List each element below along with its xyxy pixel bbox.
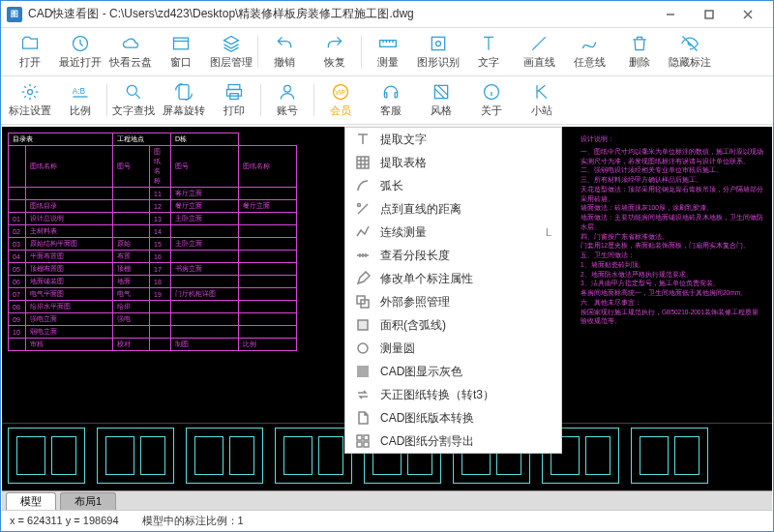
恢复-icon [325, 34, 344, 53]
任意线-icon [580, 34, 599, 53]
note-line: 五、卫生间做法： [580, 251, 764, 260]
toolbar-画直线[interactable]: 画直线 [514, 30, 564, 74]
note-line: 地面做法：主要功能房间地面铺设地砖及木地板，卫生间做防水层。 [580, 213, 764, 232]
svg-text:VIP: VIP [335, 89, 345, 96]
小站-icon [532, 82, 551, 102]
toolbar-隐藏标注[interactable]: 隐藏标注 [665, 30, 715, 74]
svg-rect-27 [364, 442, 369, 447]
menu-item-circle[interactable]: 测量圆 [345, 337, 561, 360]
table-row: 图纸目录12餐厅立面餐厅立面 [9, 200, 297, 213]
toolbar-风格[interactable]: 风格 [416, 78, 466, 122]
svg-point-5 [436, 42, 441, 46]
比例-icon: A:B [71, 82, 90, 102]
文字查找-icon [124, 82, 143, 102]
风格-icon [432, 82, 451, 102]
toolbar-屏幕旋转[interactable]: 屏幕旋转 [159, 78, 209, 122]
xref-icon [355, 294, 371, 310]
menu-item-seg[interactable]: 查看分段长度 [345, 244, 561, 267]
menu-item-conv[interactable]: 天正图纸转换（转t3） [345, 383, 561, 406]
menu-item-arc[interactable]: 弧长 [345, 174, 561, 197]
menu-item-ver[interactable]: CAD图纸版本转换 [345, 406, 561, 429]
svg-point-8 [127, 85, 136, 95]
屏幕旋转-icon [174, 82, 194, 102]
thumbnail[interactable] [97, 428, 174, 484]
svg-point-13 [284, 85, 291, 92]
标注设置-icon [20, 82, 40, 102]
cont-icon [355, 224, 371, 240]
menu-item-cont[interactable]: 连续测量L [345, 221, 561, 244]
toolbar-会员[interactable]: VIP会员 [315, 78, 366, 122]
客服-icon [381, 82, 401, 102]
toolbar-文字查找[interactable]: 文字查找 [108, 78, 159, 122]
toolbar-撤销[interactable]: 撤销 [259, 30, 310, 74]
svg-rect-26 [357, 442, 362, 447]
menu-item-table[interactable]: 提取表格 [345, 151, 561, 174]
撤销-icon [275, 34, 294, 53]
thumbnail[interactable] [8, 428, 85, 484]
window-title: CAD快速看图 - C:\Users\zd423\Desktop\精装修样板房装… [28, 6, 651, 22]
toolbar-快看云盘[interactable]: 快看云盘 [105, 30, 156, 74]
会员-icon: VIP [331, 82, 350, 102]
menu-item-gray[interactable]: CAD图显示灰色 [345, 360, 561, 383]
menu-item-xref[interactable]: 外部参照管理 [345, 290, 561, 313]
toolbar-图层管理[interactable]: 图层管理 [206, 30, 256, 74]
toolbar-最近打开[interactable]: 最近打开 [55, 30, 105, 74]
table-row: 08给排水平面图给排 [9, 301, 297, 313]
table-row: 04平面布置图布置16 [9, 251, 297, 263]
svg-rect-3 [380, 41, 397, 47]
toolbar-账号[interactable]: 账号 [262, 78, 313, 122]
svg-rect-16 [434, 85, 447, 98]
text-icon [355, 132, 371, 147]
status-scale: 模型中的标注比例：1 [142, 514, 244, 528]
seg-icon [355, 248, 371, 263]
关于-icon [482, 82, 501, 102]
menu-item-area[interactable]: 面积(含弧线) [345, 313, 561, 337]
note-line: 四、门窗按广东省标准做法。 [580, 232, 764, 242]
menu-item-split[interactable]: CAD图纸分割导出 [345, 429, 561, 453]
toolbar-小站[interactable]: 小站 [517, 78, 567, 122]
tab-layout1[interactable]: 布局1 [60, 492, 116, 510]
toolbar-客服[interactable]: 客服 [366, 78, 416, 122]
toolbar-图形识别[interactable]: 图形识别 [413, 30, 463, 74]
toolbar-恢复[interactable]: 恢复 [310, 30, 360, 74]
app-icon: 图 [7, 7, 22, 22]
minimize-button[interactable] [651, 1, 690, 28]
menu-item-dist[interactable]: 点到直线的距离 [345, 197, 561, 221]
gray-icon [355, 364, 371, 379]
ver-icon [355, 410, 371, 426]
table-row: 05顶棚布置图顶棚17书房立面 [9, 263, 297, 276]
note-line: 门套用12厘夹板，表面贴装饰面板，门扇用实木复合门。 [580, 241, 764, 251]
svg-rect-0 [705, 11, 713, 18]
svg-rect-25 [364, 435, 369, 440]
toolbar-删除[interactable]: 删除 [614, 30, 665, 74]
toolbar-任意线[interactable]: 任意线 [564, 30, 614, 74]
close-button[interactable] [729, 1, 767, 28]
design-notes: 设计说明： 一、图纸中尺寸均以毫米为单位标注的数值，施工时应以现场实测尺寸为准，… [580, 134, 764, 326]
toolbar-关于[interactable]: 关于 [466, 78, 517, 122]
note-line: 一、图纸中尺寸均以毫米为单位标注的数值，施工时应以现场实测尺寸为准，若发现图纸标… [580, 147, 764, 166]
svg-rect-10 [228, 85, 240, 90]
split-icon [355, 433, 371, 449]
maximize-button[interactable] [690, 1, 729, 28]
toolbar-比例[interactable]: A:B比例 [55, 78, 105, 122]
thumbnail[interactable] [631, 428, 708, 484]
toolbar-文字[interactable]: 文字 [463, 30, 514, 74]
table-row: 11客厅立面 [9, 188, 297, 200]
menu-item-text[interactable]: 提取文字 [345, 128, 561, 151]
toolbar-打印[interactable]: 打印 [209, 78, 259, 122]
tab-model[interactable]: 模型 [6, 492, 56, 510]
toolbar-标注设置[interactable]: 标注设置 [5, 78, 55, 122]
table-row: 02主材料表14 [9, 225, 297, 238]
sheet-index-table: 目录表工程地点D栋 图纸名称图号图纸名称图号图纸名称 11客厅立面图纸目录12餐… [8, 133, 297, 351]
thumbnail[interactable] [275, 428, 352, 484]
svg-rect-18 [357, 157, 369, 168]
menu-item-edit[interactable]: 修改单个标注属性 [345, 267, 561, 290]
toolbar-打开[interactable]: 打开 [5, 30, 55, 74]
svg-rect-11 [227, 90, 242, 97]
svg-rect-9 [179, 85, 189, 100]
svg-point-6 [28, 90, 33, 95]
thumbnail[interactable] [186, 428, 263, 484]
toolbar-测量[interactable]: 测量 [363, 30, 413, 74]
最近打开-icon [71, 34, 90, 53]
toolbar-窗口[interactable]: 窗口 [156, 30, 206, 74]
